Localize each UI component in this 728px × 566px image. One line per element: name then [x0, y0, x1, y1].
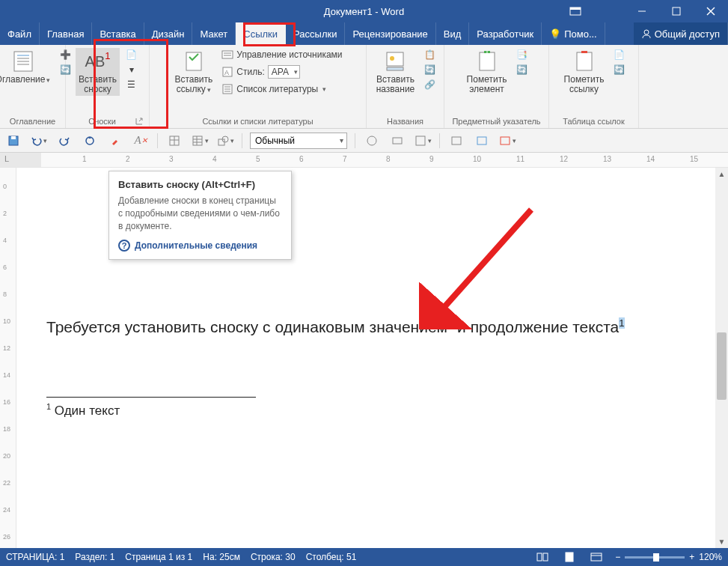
footnote-ref-2[interactable]: 1: [619, 317, 624, 329]
insert-index-icon: 📑: [516, 49, 527, 61]
read-mode-button[interactable]: [534, 550, 551, 564]
table-button[interactable]: [165, 132, 183, 150]
vertical-scrollbar[interactable]: ▲ ▼: [715, 168, 728, 548]
toc-button[interactable]: Оглавление: [0, 48, 53, 86]
manage-sources-button[interactable]: Управление источниками: [220, 48, 343, 61]
insert-table-figures-button[interactable]: 📋: [422, 48, 437, 61]
tab-review[interactable]: Рецензирование: [345, 22, 435, 45]
insert-citation-icon: [182, 49, 206, 73]
status-page[interactable]: СТРАНИЦА: 1: [6, 552, 64, 562]
insert-citation-label: Вставить ссылку: [174, 75, 212, 94]
maximize-button[interactable]: [659, 0, 694, 22]
minimize-button[interactable]: [625, 0, 659, 22]
toc-icon: [11, 49, 35, 73]
zoom-level[interactable]: 120%: [699, 552, 722, 562]
update-toa-icon: 🔄: [613, 64, 625, 76]
show-notes-button[interactable]: ☰: [124, 78, 139, 91]
zoom-out-button[interactable]: −: [615, 552, 620, 562]
insert-citation-button[interactable]: Вставить ссылку: [171, 48, 215, 96]
mark-citation-button[interactable]: Пометить ссылку: [561, 48, 608, 96]
ribbon-display-options[interactable]: [560, 0, 590, 22]
vertical-ruler[interactable]: 02468101214161820222426: [0, 168, 16, 548]
insert-endnote-button[interactable]: 📄: [124, 48, 139, 61]
tab-design[interactable]: Дизайн: [144, 22, 193, 45]
bibliography-button[interactable]: Список литературы: [220, 82, 343, 96]
svg-rect-52: [591, 553, 602, 561]
lightbulb-icon: 💡: [549, 28, 561, 40]
footnote-text[interactable]: 1 Один текст: [46, 402, 691, 419]
circle-button[interactable]: [363, 132, 381, 150]
svg-rect-1: [570, 7, 581, 10]
mark-citation-label: Пометить ссылку: [564, 75, 605, 94]
group-toa-label: Таблица ссылок: [563, 115, 625, 128]
bibliography-label: Список литературы: [236, 84, 318, 94]
misc-button-2[interactable]: [473, 132, 491, 150]
tab-developer[interactable]: Разработчик: [469, 22, 542, 45]
scroll-thumb[interactable]: [717, 332, 727, 400]
ruler-tab-selector[interactable]: L: [4, 154, 9, 163]
tooltip-more-link[interactable]: ? Дополнительные сведения: [118, 240, 282, 252]
misc-button-3[interactable]: [498, 132, 516, 150]
update-index-button[interactable]: 🔄: [514, 63, 529, 76]
svg-rect-31: [11, 136, 16, 139]
svg-rect-25: [480, 52, 495, 70]
next-footnote-button[interactable]: ▾: [124, 63, 139, 76]
svg-point-23: [390, 56, 394, 61]
group-toc: Оглавление ➕ 🔄 Оглавление: [0, 45, 66, 128]
insert-footnote-button[interactable]: AB1 Вставить сноску: [76, 48, 120, 96]
zoom-slider[interactable]: [625, 556, 685, 559]
insert-caption-button[interactable]: Вставить название: [373, 48, 418, 96]
tab-file[interactable]: Файл: [0, 22, 40, 45]
repeat-button[interactable]: [81, 132, 99, 150]
undo-button[interactable]: [30, 132, 48, 150]
style-selector[interactable]: Обычный: [250, 133, 347, 149]
help-icon: ?: [118, 240, 130, 252]
citation-style-dropdown[interactable]: APA: [268, 65, 300, 79]
shapes-button[interactable]: [216, 132, 234, 150]
status-section[interactable]: Раздел: 1: [75, 552, 114, 562]
mark-entry-button[interactable]: Пометить элемент: [464, 48, 510, 96]
shape2-button[interactable]: [414, 132, 432, 150]
group-toa: Пометить ссылку 📄 🔄 Таблица ссылок: [549, 45, 639, 128]
rect-button[interactable]: [388, 132, 406, 150]
update-tof-button[interactable]: 🔄: [422, 63, 437, 76]
misc-button-1[interactable]: [447, 132, 465, 150]
scroll-down-button[interactable]: ▼: [715, 535, 728, 548]
status-position[interactable]: На: 25см: [203, 552, 240, 562]
style-value: APA: [272, 67, 289, 77]
tab-layout[interactable]: Макет: [192, 22, 236, 45]
tab-insert[interactable]: Вставка: [92, 22, 144, 45]
insert-index-button[interactable]: 📑: [514, 48, 529, 61]
status-column[interactable]: Столбец: 51: [306, 552, 357, 562]
cross-reference-button[interactable]: 🔗: [422, 78, 437, 91]
svg-rect-12: [186, 52, 201, 70]
share-button[interactable]: Общий доступ: [634, 22, 728, 45]
group-footnotes-label: Сноски: [70, 115, 134, 128]
status-line[interactable]: Строка: 30: [251, 552, 296, 562]
tab-home[interactable]: Главная: [40, 22, 92, 45]
clear-format-button[interactable]: A✕: [132, 132, 150, 150]
web-layout-button[interactable]: [588, 550, 605, 564]
toc-label: Оглавление: [0, 75, 50, 85]
svg-rect-44: [416, 136, 425, 145]
horizontal-ruler[interactable]: L 123456789101112131415: [0, 153, 728, 168]
tell-me[interactable]: 💡 Помо...: [542, 22, 605, 45]
scroll-up-button[interactable]: ▲: [715, 168, 728, 180]
redo-button[interactable]: [55, 132, 73, 150]
print-layout-button[interactable]: [561, 550, 578, 564]
body-paragraph[interactable]: Требуется установить сноску с одинаковым…: [46, 317, 691, 337]
tab-mailings[interactable]: Рассылки: [286, 22, 345, 45]
footnotes-dialog-launcher[interactable]: [134, 116, 144, 127]
insert-toa-button[interactable]: 📄: [611, 48, 626, 61]
table-split-button[interactable]: [191, 132, 209, 150]
manage-sources-label: Управление источниками: [236, 49, 342, 60]
ribbon-tabs: Файл Главная Вставка Дизайн Макет Ссылки…: [0, 22, 728, 45]
close-button[interactable]: [694, 0, 728, 22]
tab-references[interactable]: Ссылки: [236, 22, 286, 45]
update-toa-button[interactable]: 🔄: [611, 63, 626, 76]
zoom-in-button[interactable]: +: [689, 552, 694, 562]
tab-view[interactable]: Вид: [436, 22, 470, 45]
save-button[interactable]: [4, 132, 22, 150]
highlight-button[interactable]: [106, 132, 124, 150]
status-page-of[interactable]: Страница 1 из 1: [125, 552, 192, 562]
